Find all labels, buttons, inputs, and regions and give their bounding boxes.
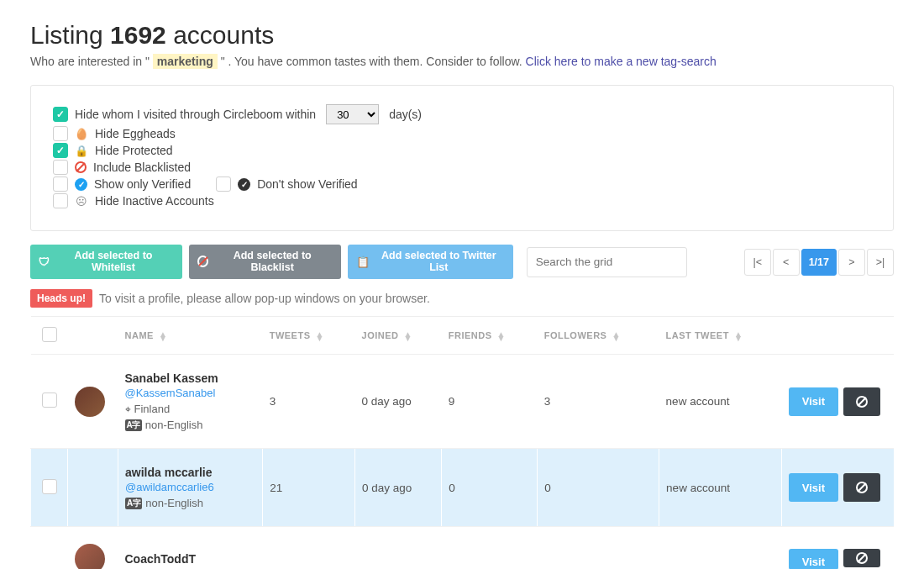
page-first-button[interactable]: |<: [744, 249, 771, 276]
ban-icon: [197, 256, 208, 267]
account-name: CoachToddT: [125, 552, 256, 566]
visit-button[interactable]: Visit: [789, 549, 838, 570]
table-row: awilda mccarlie @awildamccarlie6 A字non-E…: [31, 449, 895, 527]
account-handle[interactable]: @KassemSanabel: [125, 387, 256, 399]
friends-cell: 0: [442, 449, 538, 527]
inactive-icon: ☹: [75, 194, 88, 208]
heads-up-text: To visit a profile, please allow pop-up …: [99, 292, 430, 305]
col-joined[interactable]: JOINED: [355, 317, 442, 355]
avatar: [75, 544, 105, 569]
sort-icon: [159, 332, 167, 340]
filter-label: Hide Eggheads: [95, 127, 176, 140]
col-tweets[interactable]: TWEETS: [263, 317, 355, 355]
ban-icon: [856, 396, 868, 408]
hide-eggheads-checkbox[interactable]: [53, 126, 68, 141]
filter-panel: Hide whom I visited through Circleboom w…: [30, 85, 894, 231]
accounts-table: NAME TWEETS JOINED FRIENDS FOLLOWERS LAS…: [30, 316, 894, 569]
col-friends[interactable]: FRIENDS: [442, 317, 538, 355]
table-row: Sanabel Kassem @KassemSanabel ⌖Finland A…: [31, 355, 895, 449]
show-verified-checkbox[interactable]: [53, 176, 68, 192]
page-next-button[interactable]: >: [838, 249, 865, 276]
account-name: awilda mccarlie: [125, 466, 255, 479]
add-blacklist-button[interactable]: Add selected to Blacklist: [189, 245, 341, 279]
followers-cell: 3: [538, 355, 659, 449]
egg-icon: 🥚: [75, 127, 88, 140]
verified-off-icon: ✓: [238, 178, 250, 191]
account-location: ⌖Finland: [125, 403, 256, 415]
language-icon: A字: [125, 498, 142, 509]
col-followers[interactable]: FOLLOWERS: [538, 317, 659, 355]
ban-icon: [856, 552, 868, 564]
joined-cell: 0 day ago: [355, 355, 442, 449]
sort-icon: [404, 332, 412, 340]
blacklist-row-button[interactable]: [843, 387, 880, 416]
pagination: |< < 1/17 > >|: [744, 249, 894, 276]
page-title: Listing 1692 accounts: [30, 21, 894, 50]
new-tag-search-link[interactable]: Click here to make a new tag-search: [526, 55, 717, 68]
table-row: CoachToddT Visit: [31, 527, 895, 570]
list-icon: 📋: [356, 256, 370, 268]
shield-check-icon: 🛡: [39, 256, 50, 268]
friends-cell: 9: [442, 355, 538, 449]
sort-icon: [612, 332, 620, 340]
sort-icon: [497, 332, 506, 340]
avatar: [75, 387, 105, 417]
lock-icon: 🔒: [75, 144, 88, 157]
location-icon: ⌖: [125, 403, 131, 415]
account-name: Sanabel Kassem: [125, 371, 256, 385]
last-tweet-cell: new account: [659, 449, 782, 527]
add-twitter-list-button[interactable]: 📋Add selected to Twitter List: [348, 245, 513, 279]
sort-icon: [316, 332, 324, 340]
verified-icon: ✓: [75, 178, 87, 191]
col-last-tweet[interactable]: LAST TWEET: [659, 317, 782, 355]
page-prev-button[interactable]: <: [773, 249, 800, 276]
filter-label: Don't show Verified: [257, 177, 357, 191]
days-select[interactable]: 30: [326, 104, 379, 124]
hide-protected-checkbox[interactable]: [53, 143, 68, 158]
select-all-checkbox[interactable]: [42, 327, 57, 342]
filter-label: day(s): [389, 108, 422, 121]
last-tweet-cell: new account: [659, 355, 782, 449]
row-checkbox[interactable]: [42, 393, 57, 408]
page-indicator[interactable]: 1/17: [801, 249, 837, 276]
language-icon: A字: [125, 419, 142, 431]
add-whitelist-button[interactable]: 🛡Add selected to Whitelist: [30, 245, 182, 279]
visit-button[interactable]: Visit: [789, 473, 838, 502]
search-grid-input[interactable]: [527, 247, 687, 277]
blacklist-row-button[interactable]: [843, 473, 880, 502]
blacklist-row-button[interactable]: [843, 549, 880, 567]
visit-button[interactable]: Visit: [789, 387, 838, 416]
account-language: A字non-English: [125, 497, 255, 509]
hide-inactive-checkbox[interactable]: [53, 193, 68, 208]
filter-label: Show only Verified: [94, 177, 191, 191]
include-blacklisted-checkbox[interactable]: [53, 160, 68, 175]
subtitle: Who are interested in " marketing " . Yo…: [30, 55, 894, 68]
col-name[interactable]: NAME: [118, 317, 263, 355]
filter-label: Hide whom I visited through Circleboom w…: [75, 108, 316, 121]
account-language: A字non-English: [125, 419, 256, 431]
ban-icon: [856, 482, 868, 493]
sort-icon: [734, 332, 743, 340]
dont-show-verified-checkbox[interactable]: [216, 176, 231, 192]
page-last-button[interactable]: >|: [867, 249, 894, 276]
ban-icon: [75, 161, 87, 173]
search-tag: marketing: [153, 54, 218, 69]
account-handle[interactable]: @awildamccarlie6: [125, 481, 255, 493]
tweets-cell: 21: [263, 449, 355, 527]
row-checkbox[interactable]: [42, 479, 57, 494]
filter-label: Hide Protected: [95, 144, 173, 157]
joined-cell: 0 day ago: [355, 449, 442, 527]
hide-visited-checkbox[interactable]: [53, 107, 68, 122]
followers-cell: 0: [538, 449, 659, 527]
tweets-cell: 3: [263, 355, 355, 449]
filter-label: Include Blacklisted: [93, 161, 191, 174]
filter-label: Hide Inactive Accounts: [95, 194, 214, 208]
heads-up-badge: Heads up!: [30, 289, 92, 308]
